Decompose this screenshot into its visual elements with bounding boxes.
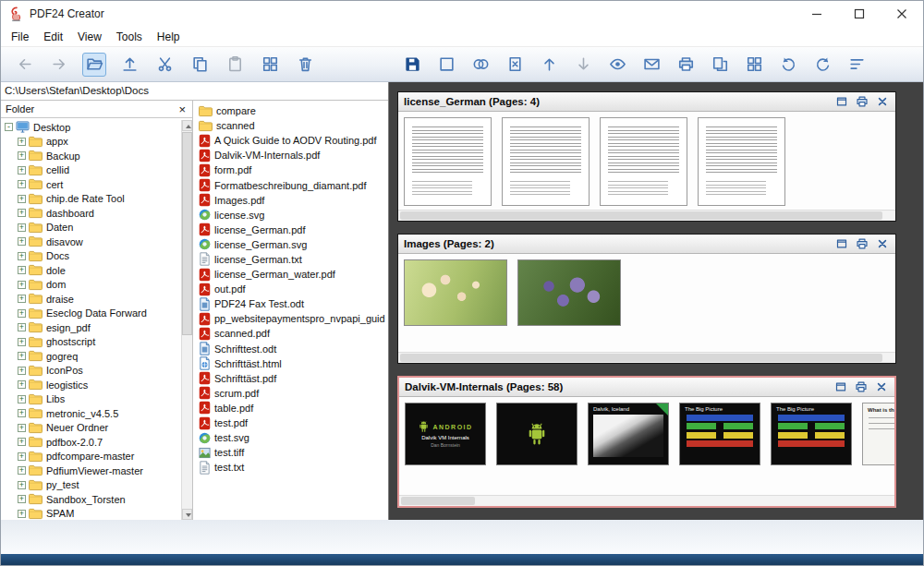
tree-item-backup[interactable]: +Backup [1, 149, 192, 163]
tree-item-gogreq[interactable]: +gogreq [1, 349, 192, 364]
tree-expander[interactable]: + [18, 195, 26, 203]
menu-file[interactable]: File [6, 29, 39, 45]
circles-button[interactable] [468, 53, 492, 77]
tree-item-cellid[interactable]: +cellid [1, 163, 192, 178]
tree-expander[interactable]: + [18, 481, 26, 489]
tree-expander[interactable]: + [18, 209, 26, 217]
tree-item-chip-de-rate-tool[interactable]: +chip.de Rate Tool [1, 192, 192, 207]
tree-expander[interactable]: + [18, 151, 26, 160]
tree-item-docs[interactable]: +Docs [1, 249, 192, 264]
file-item-schriftt-st-pdf[interactable]: Schrifttäst.pdf [193, 371, 388, 386]
pages-button[interactable] [708, 53, 732, 77]
horizontal-scrollbar[interactable] [398, 352, 895, 363]
rotate-left-button[interactable] [776, 53, 800, 77]
tree-expander[interactable]: - [5, 123, 13, 131]
menu-tools[interactable]: Tools [112, 29, 152, 45]
document-window-license-german-pages-4[interactable]: license_German (Pages: 4) [397, 91, 896, 222]
slide-thumbnail[interactable]: Dalvik, Iceland [588, 403, 669, 465]
tree-item-daten[interactable]: +Daten [1, 221, 192, 235]
file-item-scrum-pdf[interactable]: scrum.pdf [193, 386, 388, 401]
file-item-test-pdf[interactable]: test.pdf [193, 415, 388, 430]
doc-close-button[interactable] [874, 94, 890, 110]
tree-item-dole[interactable]: +dole [1, 263, 192, 278]
trash-button[interactable] [293, 53, 317, 77]
eye-button[interactable] [605, 53, 629, 77]
tree-expander[interactable]: + [18, 338, 26, 346]
tree-expander[interactable]: + [18, 352, 26, 360]
printer-button[interactable] [674, 53, 698, 77]
grid-button[interactable] [742, 53, 766, 77]
scrollbar-thumb[interactable] [401, 497, 475, 505]
tree-expander[interactable]: + [18, 138, 26, 146]
copy-button[interactable] [188, 53, 212, 77]
document-window-dalvik-vm-internals-pages-58[interactable]: Dalvik-VM-Internals (Pages: 58)ANDROIDDa… [397, 376, 896, 508]
tree-expander[interactable]: + [18, 452, 26, 461]
scissors-button[interactable] [152, 53, 176, 77]
tree-item-pdfiumviewer-master[interactable]: +PdfiumViewer-master [1, 464, 192, 478]
slide-thumbnail[interactable]: What is th [862, 403, 894, 465]
tree-item-cert[interactable]: +cert [1, 177, 192, 192]
tree-expander[interactable]: + [18, 281, 26, 289]
tree-item-pdfbox-2-0-7[interactable]: +pdfbox-2.0.7 [1, 435, 192, 450]
tree-expander[interactable]: + [18, 309, 26, 318]
arrow-down-button[interactable] [571, 53, 595, 77]
page-thumbnail[interactable] [600, 117, 687, 206]
doc-restore-button[interactable] [833, 379, 848, 395]
file-item-license-german-water-pdf[interactable]: license_German_water.pdf [193, 267, 388, 282]
doc-print-button[interactable] [854, 94, 869, 110]
upload-button[interactable] [117, 53, 141, 77]
minimize-button[interactable] [796, 1, 838, 27]
tree-expander[interactable]: + [18, 367, 26, 375]
tree-item-appx[interactable]: +appx [1, 135, 192, 150]
scroll-up-button[interactable] [182, 120, 192, 131]
folder-open-button[interactable] [82, 53, 106, 77]
file-item-license-german-pdf[interactable]: license_German.pdf [193, 223, 388, 237]
tree-expander[interactable]: + [18, 166, 26, 175]
menu-view[interactable]: View [73, 29, 112, 45]
tree-expander[interactable]: + [18, 323, 26, 331]
tree-item-py-test[interactable]: +py_test [1, 478, 192, 493]
tree-expander[interactable]: + [18, 395, 26, 403]
tree-item-ghostscript[interactable]: +ghostscript [1, 335, 192, 350]
file-item-test-svg[interactable]: test.svg [193, 430, 388, 445]
tree-expander[interactable]: + [18, 266, 26, 274]
page-thumbnail[interactable] [404, 117, 492, 206]
file-item-license-german-txt[interactable]: license_German.txt [193, 252, 388, 267]
tree-item-libs[interactable]: +Libs [1, 392, 192, 407]
tree-expander[interactable]: + [18, 380, 26, 389]
tree-expander[interactable]: + [18, 495, 26, 503]
file-item-scanned[interactable]: scanned [193, 118, 388, 133]
tree-item-leogistics[interactable]: +leogistics [1, 378, 192, 392]
grid-button[interactable] [258, 53, 282, 77]
file-item-table-pdf[interactable]: table.pdf [193, 401, 388, 415]
slide-thumbnail[interactable]: The Big Picture [771, 403, 852, 465]
tree-item-metronic-v4-5-5[interactable]: +metronic_v4.5.5 [1, 406, 192, 421]
tree-item-dom[interactable]: +dom [1, 278, 192, 293]
file-item-a-quick-guide-to-aodv-routing-pdf[interactable]: A Quick Guide to AODV Routing.pdf [193, 133, 388, 148]
doc-close-button[interactable] [873, 379, 889, 395]
page-thumbnail[interactable] [502, 117, 590, 206]
maximize-button[interactable] [838, 1, 881, 27]
doc-close-button[interactable] [874, 236, 890, 252]
paste-button[interactable] [223, 53, 247, 77]
tree-item-iconpos[interactable]: +IconPos [1, 364, 192, 379]
arrow-up-button[interactable] [537, 53, 561, 77]
doc-print-button[interactable] [854, 236, 869, 252]
tree-item-dashboard[interactable]: +dashboard [1, 206, 192, 221]
file-item-pp-websitepaymentspro-nvpapi-guid[interactable]: pp_websitepaymentspro_nvpapi_guid [193, 311, 388, 326]
tree-scrollbar-thumb[interactable] [182, 132, 192, 335]
file-item-schrifttest-odt[interactable]: Schrifttest.odt [193, 342, 388, 356]
tree-item-disavow[interactable]: +disavow [1, 235, 192, 249]
scrollbar-thumb[interactable] [400, 211, 882, 220]
tree-expander[interactable]: + [18, 295, 26, 303]
save-button[interactable] [400, 53, 424, 77]
doc-restore-button[interactable] [833, 94, 849, 110]
tree-expander[interactable]: + [18, 252, 26, 260]
tree-expander[interactable]: + [18, 223, 26, 232]
file-item-out-pdf[interactable]: out.pdf [193, 282, 388, 296]
file-item-pdf24-fax-test-odt[interactable]: PDF24 Fax Test.odt [193, 296, 388, 311]
tree-item-sandbox-torsten[interactable]: +Sandbox_Torsten [1, 492, 192, 507]
file-item-schriftt-st-html[interactable]: Schrifttäst.html [193, 356, 388, 371]
tree-expander[interactable]: + [18, 510, 26, 518]
rotate-right-button[interactable] [810, 53, 834, 77]
